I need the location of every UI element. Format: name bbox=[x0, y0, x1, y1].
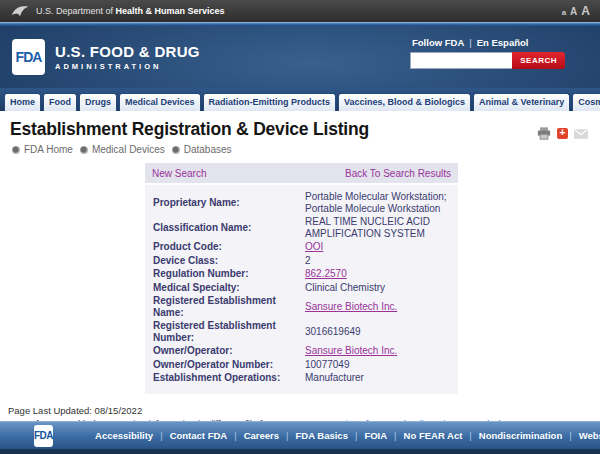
table-row: Owner/Operator Number:10077049 bbox=[145, 358, 458, 372]
table-row: Classification Name:REAL TIME NUCLEIC AC… bbox=[145, 215, 458, 240]
page-root: U.S. Department of Health & Human Servic… bbox=[0, 0, 600, 454]
hhs-eagle-icon bbox=[10, 4, 30, 18]
footer-link[interactable]: Contact FDA bbox=[170, 430, 228, 441]
separator: | bbox=[387, 430, 403, 441]
nav-tab[interactable]: Medical Devices bbox=[119, 93, 201, 111]
table-row: Medical Specialty:Clinical Chemistry bbox=[145, 281, 458, 295]
table-row: Establishment Operations:Manufacturer bbox=[145, 371, 458, 385]
field-value: 862.2570 bbox=[303, 267, 458, 281]
bottom-strip bbox=[0, 449, 600, 454]
footer-link[interactable]: Website Policies / Privacy bbox=[579, 430, 600, 441]
table-row: Registered Establishment Number:30166196… bbox=[145, 319, 458, 344]
page-title: Establishment Registration & Device List… bbox=[10, 119, 590, 140]
nav-tab[interactable]: Cosmetics bbox=[572, 93, 600, 111]
fda-header: FDA U.S. FOOD & DRUG ADMINISTRATION Foll… bbox=[0, 26, 600, 88]
table-row: Registered Establishment Name:Sansure Bi… bbox=[145, 294, 458, 319]
en-espanol-link[interactable]: En Español bbox=[477, 37, 529, 48]
nav-tab[interactable]: Home bbox=[4, 93, 41, 111]
footer-link[interactable]: Nondiscrimination bbox=[479, 430, 562, 441]
field-label: Medical Specialty: bbox=[145, 281, 303, 295]
table-row: Regulation Number:862.2570 bbox=[145, 267, 458, 281]
breadcrumb-item: Medical Devices bbox=[80, 144, 165, 155]
new-search-link[interactable]: New Search bbox=[152, 168, 206, 179]
field-label: Regulation Number: bbox=[145, 267, 303, 281]
search-button[interactable]: SEARCH bbox=[512, 52, 565, 69]
field-value: Manufacturer bbox=[303, 371, 458, 385]
breadcrumb: FDA HomeMedical DevicesDatabases bbox=[0, 140, 600, 155]
search-input[interactable] bbox=[410, 52, 512, 69]
separator: | bbox=[462, 430, 478, 441]
divider: | bbox=[464, 37, 476, 48]
email-icon[interactable] bbox=[574, 129, 588, 139]
breadcrumb-link[interactable]: Medical Devices bbox=[92, 144, 165, 155]
footer-link[interactable]: Accessibility bbox=[95, 430, 153, 441]
field-label: Owner/Operator: bbox=[145, 344, 303, 358]
follow-row: Follow FDA|En Español bbox=[410, 37, 565, 48]
results-panel: New Search Back To Search Results Propri… bbox=[145, 163, 458, 394]
field-label: Product Code: bbox=[145, 240, 303, 254]
field-value-link[interactable]: Sansure Biotech Inc. bbox=[305, 345, 397, 356]
breadcrumb-link[interactable]: Databases bbox=[184, 144, 232, 155]
field-label: Device Class: bbox=[145, 254, 303, 268]
separator: | bbox=[227, 430, 243, 441]
main-content: Establishment Registration & Device List… bbox=[0, 111, 600, 421]
nav-tab[interactable]: Animal & Veterinary bbox=[473, 93, 570, 111]
nav-tab[interactable]: Radiation-Emitting Products bbox=[203, 93, 337, 111]
font-size-large[interactable]: A bbox=[581, 4, 590, 18]
fda-logo[interactable]: FDA bbox=[12, 39, 45, 75]
field-value: Sansure Biotech Inc. bbox=[303, 294, 458, 319]
separator: | bbox=[348, 430, 364, 441]
table-row: Owner/Operator:Sansure Biotech Inc. bbox=[145, 344, 458, 358]
field-value: 2 bbox=[303, 254, 458, 268]
title-row: Establishment Registration & Device List… bbox=[0, 111, 600, 140]
font-size-small[interactable]: a bbox=[562, 8, 566, 17]
brand-line2: ADMINISTRATION bbox=[55, 62, 200, 71]
field-value-link[interactable]: Sansure Biotech Inc. bbox=[305, 301, 397, 312]
share-plus-icon[interactable]: + bbox=[557, 128, 568, 139]
footer-link[interactable]: FOIA bbox=[364, 430, 387, 441]
gov-bar: U.S. Department of Health & Human Servic… bbox=[0, 0, 600, 22]
separator: | bbox=[279, 430, 295, 441]
separator: | bbox=[153, 430, 169, 441]
breadcrumb-item: Databases bbox=[172, 144, 232, 155]
breadcrumb-link[interactable]: FDA Home bbox=[24, 144, 73, 155]
field-value-link[interactable]: 862.2570 bbox=[305, 268, 347, 279]
nav-tab[interactable]: Vaccines, Blood & Biologics bbox=[338, 93, 471, 111]
field-label: Classification Name: bbox=[145, 215, 303, 240]
nav-tab[interactable]: Drugs bbox=[79, 93, 117, 111]
table-row: Device Class:2 bbox=[145, 254, 458, 268]
footer-bar: FDA Accessibility|Contact FDA|Careers|FD… bbox=[0, 421, 600, 449]
brand-line1: U.S. FOOD & DRUG bbox=[55, 43, 200, 60]
field-value: OOI bbox=[303, 240, 458, 254]
nav-tab[interactable]: Food bbox=[43, 93, 77, 111]
footer-link[interactable]: FDA Basics bbox=[295, 430, 347, 441]
field-value-link[interactable]: OOI bbox=[305, 241, 323, 252]
footer-fda-logo[interactable]: FDA bbox=[34, 425, 53, 447]
field-label: Establishment Operations: bbox=[145, 371, 303, 385]
breadcrumb-item: FDA Home bbox=[12, 144, 73, 155]
results-header: New Search Back To Search Results bbox=[145, 163, 458, 183]
table-row: Product Code:OOI bbox=[145, 240, 458, 254]
breadcrumb-bullet-icon bbox=[12, 146, 20, 154]
footer-link[interactable]: No FEAR Act bbox=[404, 430, 463, 441]
field-value: REAL TIME NUCLEIC ACID AMPLIFICATION SYS… bbox=[303, 215, 458, 240]
field-value: 10077049 bbox=[303, 358, 458, 372]
font-size-controls: a A A bbox=[562, 4, 590, 18]
printer-icon[interactable] bbox=[537, 127, 551, 140]
separator: | bbox=[562, 430, 578, 441]
field-label: Registered Establishment Number: bbox=[145, 319, 303, 344]
search-row: SEARCH bbox=[410, 52, 565, 69]
field-label: Registered Establishment Name: bbox=[145, 294, 303, 319]
footer-link[interactable]: Careers bbox=[244, 430, 279, 441]
breadcrumb-bullet-icon bbox=[80, 146, 88, 154]
field-value: Sansure Biotech Inc. bbox=[303, 344, 458, 358]
field-label: Owner/Operator Number: bbox=[145, 358, 303, 372]
share-icons: + bbox=[537, 127, 588, 140]
table-row: Proprietary Name:Portable Molecular Work… bbox=[145, 190, 458, 215]
field-value: Clinical Chemistry bbox=[303, 281, 458, 295]
back-to-results-link[interactable]: Back To Search Results bbox=[345, 168, 451, 179]
header-right: Follow FDA|En Español SEARCH bbox=[410, 37, 565, 69]
font-size-medium[interactable]: A bbox=[570, 6, 577, 17]
field-label: Proprietary Name: bbox=[145, 190, 303, 215]
follow-fda-link[interactable]: Follow FDA bbox=[412, 37, 464, 48]
